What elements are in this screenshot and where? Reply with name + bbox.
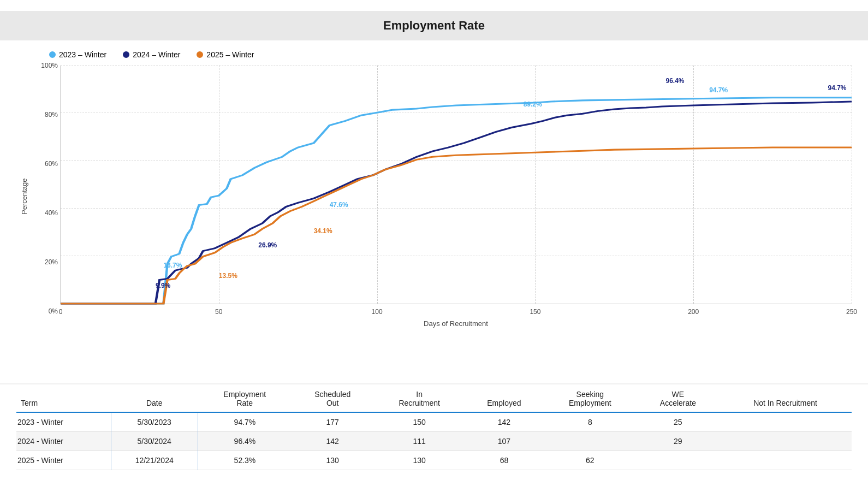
- line-2025: [61, 147, 852, 304]
- table-row: 2025 - Winter12/21/202452.3%1301306862: [16, 451, 852, 470]
- table-cell-2-2: 52.3%: [198, 451, 292, 470]
- table-cell-0-5: 142: [465, 412, 543, 432]
- y-tick-40: 40%: [45, 209, 58, 217]
- table-cell-0-3: 177: [292, 412, 373, 432]
- chart-title: Employment Rate: [0, 11, 868, 40]
- table-cell-0-8: [719, 412, 852, 432]
- col-header-in-recruitment: InRecruitment: [373, 384, 465, 412]
- annotation-96-4: 96.4%: [665, 77, 684, 85]
- legend-dot-2025: [197, 51, 203, 58]
- legend-item-2024: 2024 – Winter: [123, 50, 180, 59]
- annotation-94-7-2023: 94.7%: [709, 86, 728, 94]
- table-cell-1-0: 2024 - Winter: [16, 432, 111, 451]
- chart-inner: 16.7% 9.9% 13.5% 26.9% 34.1% 47.6% 89.2%…: [60, 66, 852, 328]
- col-header-employed: Employed: [465, 384, 543, 412]
- table-cell-1-8: [719, 432, 852, 451]
- x-tick-50: 50: [215, 308, 222, 316]
- legend-dot-2024: [123, 51, 129, 58]
- chart-section: Employment Rate 2023 – Winter 2024 – Win…: [0, 0, 868, 383]
- table-cell-2-3: 130: [292, 451, 373, 470]
- table-body: 2023 - Winter5/30/202394.7%1771501428252…: [16, 412, 852, 470]
- table-cell-1-3: 142: [292, 432, 373, 451]
- table-cell-2-4: 130: [373, 451, 465, 470]
- col-header-date: Date: [111, 384, 198, 412]
- col-header-we-accelerate: WEAccelerate: [637, 384, 719, 412]
- table-section: Term Date EmploymentRate ScheduledOut In…: [0, 384, 868, 480]
- legend-dot-2023: [49, 51, 56, 58]
- table-cell-0-7: 25: [637, 412, 719, 432]
- legend-label-2025: 2025 – Winter: [206, 50, 254, 59]
- col-header-term: Term: [16, 384, 111, 412]
- legend-label-2023: 2023 – Winter: [59, 50, 106, 59]
- y-tick-100: 100%: [41, 62, 58, 69]
- col-header-employment-rate: EmploymentRate: [198, 384, 292, 412]
- y-tick-0: 0%: [49, 307, 58, 315]
- legend-item-2023: 2023 – Winter: [49, 50, 106, 59]
- table-cell-1-1: 5/30/2024: [111, 432, 198, 451]
- table-cell-0-4: 150: [373, 412, 465, 432]
- table-header-row: Term Date EmploymentRate ScheduledOut In…: [16, 384, 852, 412]
- table-cell-2-8: [719, 451, 852, 470]
- annotation-26-9: 26.9%: [258, 241, 277, 249]
- annotation-13-5: 13.5%: [219, 272, 237, 280]
- y-tick-80: 80%: [45, 111, 58, 118]
- grid-v-250: [852, 66, 852, 304]
- table-row: 2023 - Winter5/30/202394.7%177150142825: [16, 412, 852, 432]
- table-cell-1-4: 111: [373, 432, 465, 451]
- table-cell-2-0: 2025 - Winter: [16, 451, 111, 470]
- table-cell-1-5: 107: [465, 432, 543, 451]
- chart-area: Percentage 0% 20% 40% 60% 80% 100%: [16, 66, 852, 328]
- annotation-9-9: 9.9%: [156, 282, 170, 289]
- x-tick-0: 0: [59, 308, 63, 316]
- table-cell-0-2: 94.7%: [198, 412, 292, 432]
- table-cell-2-5: 68: [465, 451, 543, 470]
- y-tick-20: 20%: [45, 258, 58, 266]
- annotation-34-1: 34.1%: [314, 227, 332, 235]
- annotation-16-7: 16.7%: [163, 262, 182, 269]
- table-cell-1-2: 96.4%: [198, 432, 292, 451]
- legend-item-2025: 2025 – Winter: [197, 50, 254, 59]
- table-cell-0-0: 2023 - Winter: [16, 412, 111, 432]
- col-header-scheduled-out: ScheduledOut: [292, 384, 373, 412]
- col-header-not-in-recruitment: Not In Recruitment: [719, 384, 852, 412]
- data-table: Term Date EmploymentRate ScheduledOut In…: [16, 384, 852, 470]
- table-row: 2024 - Winter5/30/202496.4%14211110729: [16, 432, 852, 451]
- page-container: Employment Rate 2023 – Winter 2024 – Win…: [0, 0, 868, 480]
- chart-plot: 16.7% 9.9% 13.5% 26.9% 34.1% 47.6% 89.2%…: [60, 66, 852, 304]
- table-cell-2-6: 62: [543, 451, 637, 470]
- x-tick-100: 100: [372, 308, 383, 316]
- x-axis-title: Days of Recruitment: [60, 319, 852, 328]
- legend-label-2024: 2024 – Winter: [133, 50, 180, 59]
- table-cell-2-7: [637, 451, 719, 470]
- annotation-47-6: 47.6%: [330, 201, 348, 209]
- x-tick-150: 150: [530, 308, 540, 316]
- annotation-89-2: 89.2%: [524, 100, 542, 108]
- annotation-94-7-end: 94.7%: [828, 84, 847, 92]
- table-cell-0-1: 5/30/2023: [111, 412, 198, 432]
- x-tick-250: 250: [846, 308, 857, 316]
- table-cell-1-6: [543, 432, 637, 451]
- y-axis-label: Percentage: [16, 66, 32, 328]
- table-cell-0-6: 8: [543, 412, 637, 432]
- chart-legend: 2023 – Winter 2024 – Winter 2025 – Winte…: [49, 50, 852, 59]
- table-cell-2-1: 12/21/2024: [111, 451, 198, 470]
- col-header-seeking-employment: SeekingEmployment: [543, 384, 637, 412]
- y-tick-60: 60%: [45, 160, 58, 168]
- table-cell-1-7: 29: [637, 432, 719, 451]
- x-tick-200: 200: [688, 308, 699, 316]
